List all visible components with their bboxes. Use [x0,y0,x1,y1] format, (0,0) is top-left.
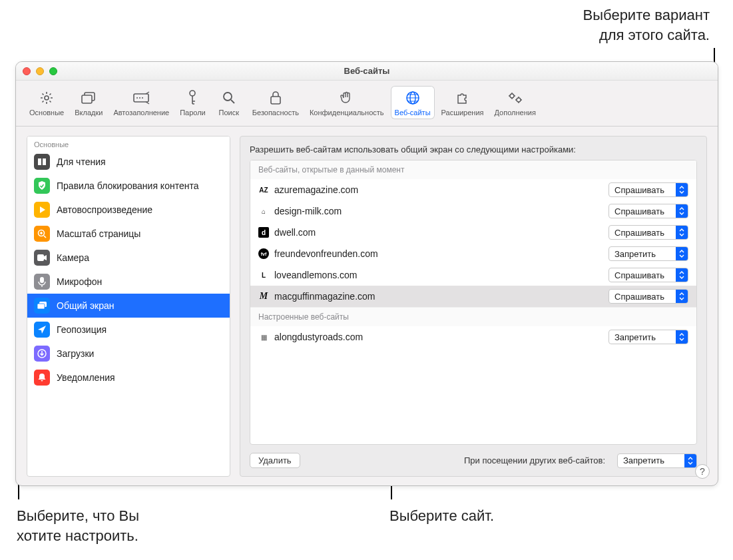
minimize-button[interactable] [36,67,44,75]
site-domain: loveandlemons.com [274,270,603,280]
site-row[interactable]: d dwell.com Спрашивать [250,222,696,243]
sidebar-item-label: Общий экран [57,300,115,311]
site-row[interactable]: ▦ alongdustyroads.com Запретить [250,326,696,348]
camera-icon [34,250,50,266]
screens-icon [34,298,50,314]
tab-websites[interactable]: Веб-сайты [391,86,435,119]
toolbar-label: Пароли [180,109,206,117]
hand-icon [337,89,357,107]
other-sites-dropdown[interactable]: Запретить [617,453,697,468]
sidebar-item-screens[interactable]: Общий экран [27,294,230,318]
svg-point-12 [510,94,514,98]
sites-list: Веб-сайты, открытые в данный момент AZ a… [250,160,697,445]
tab-advanced[interactable]: Дополнения [491,86,540,119]
mic-icon [34,274,50,290]
toolbar-label: Автозаполнение [113,109,169,117]
toolbar-label: Расширения [441,109,484,117]
svg-point-4 [136,97,138,99]
sidebar-item-zoom[interactable]: Масштаб страницы [27,222,230,246]
site-row[interactable]: ⌂ design-milk.com Спрашивать [250,200,696,222]
dropdown-label: Спрашивать [614,292,676,302]
dropdown-arrows-icon [676,226,688,239]
site-row[interactable]: AZ azuremagazine.com Спрашивать [250,179,696,200]
site-permission-dropdown[interactable]: Спрашивать [609,289,688,304]
tab-search[interactable]: Поиск [212,86,246,119]
sidebar-item-camera[interactable]: Камера [27,246,230,270]
dropdown-label: Спрашивать [614,206,676,216]
other-sites-label: При посещении других веб-сайтов: [464,455,605,465]
tab-general[interactable]: Основные [25,86,68,119]
sidebar-item-label: Геопозиция [57,324,107,335]
dropdown-arrows-icon [676,204,688,218]
sidebar-item-label: Микрофон [57,276,102,287]
configured-sites-header: Настроенные веб-сайты [250,307,696,326]
sidebar-item-mic[interactable]: Микрофон [27,270,230,294]
site-permission-dropdown[interactable]: Спрашивать [609,204,688,218]
site-row[interactable]: fvf freundevonfreunden.com Запретить [250,243,696,264]
site-permission-dropdown[interactable]: Спрашивать [609,225,688,240]
dropdown-arrows-icon [676,247,688,260]
tab-privacy[interactable]: Конфиденциальность [306,86,388,119]
tab-autofill[interactable]: Автозаполнение [109,86,173,119]
sidebar-item-location[interactable]: Геопозиция [27,318,230,342]
site-domain: freundevonfreunden.com [274,248,603,259]
tab-tabs[interactable]: Вкладки [71,86,107,119]
dropdown-arrows-icon [684,454,696,467]
zoom-button[interactable] [49,67,57,75]
main-heading: Разрешить веб-сайтам использовать общий … [250,144,697,154]
site-domain: alongdustyroads.com [274,332,603,342]
callout-text: Выберите, что Вы [17,506,139,526]
toolbar-label: Безопасность [252,109,299,117]
svg-point-5 [139,97,140,99]
site-row[interactable]: M macguffinmagazine.com Спрашивать [250,286,696,307]
dropdown-label: Спрашивать [614,185,676,195]
svg-rect-18 [37,304,45,309]
site-permission-dropdown[interactable]: Запретить [609,330,688,344]
toolbar-label: Основные [29,109,64,117]
book-icon [34,154,50,170]
site-permission-dropdown[interactable]: Спрашивать [609,268,688,282]
site-domain: macguffinmagazine.com [274,291,603,302]
tab-extensions[interactable]: Расширения [437,86,488,119]
dropdown-label: Запретить [614,249,676,259]
search-icon [219,89,239,107]
svg-rect-15 [37,254,44,261]
svg-rect-2 [82,95,92,103]
shield-icon [34,178,50,194]
sidebar-item-label: Камера [57,252,89,263]
dropdown-arrows-icon [676,268,688,282]
site-domain: dwell.com [274,227,603,238]
close-button[interactable] [23,67,31,75]
help-button[interactable]: ? [695,464,710,479]
download-icon [34,346,50,362]
play-icon [34,202,50,218]
sidebar-item-label: Правила блокирования контента [57,180,198,191]
tabs-icon [79,89,99,107]
sidebar-item-shield[interactable]: Правила блокирования контента [27,174,230,198]
sidebar-item-bell[interactable]: Уведомления [27,366,230,390]
sidebar-item-book[interactable]: Для чтения [27,150,230,174]
delete-button[interactable]: Удалить [250,453,300,468]
toolbar-label: Конфиденциальность [310,109,384,117]
sidebar-item-download[interactable]: Загрузки [27,342,230,366]
dropdown-arrows-icon [676,290,688,303]
tab-security[interactable]: Безопасность [248,86,303,119]
site-permission-dropdown[interactable]: Запретить [609,246,688,261]
svg-point-8 [224,93,232,101]
preferences-window: Веб-сайты Основные Вкладки Автозаполнени… [15,61,718,486]
dropdown-label: Запретить [614,332,676,342]
callout-text: Выберите сайт. [389,506,494,526]
callout-text: Выберите вариант [583,5,710,25]
dropdown-arrows-icon [676,330,688,344]
dropdown-arrows-icon [676,183,688,196]
svg-point-0 [45,96,49,100]
svg-point-6 [142,97,143,99]
site-row[interactable]: L loveandlemons.com Спрашивать [250,264,696,286]
site-domain: azuremagazine.com [274,184,603,195]
main-panel: Разрешить веб-сайтам использовать общий … [240,136,707,477]
site-favicon: M [258,291,269,302]
tab-passwords[interactable]: Пароли [176,86,210,119]
toolbar-label: Поиск [219,109,239,117]
sidebar-item-play[interactable]: Автовоспроизведение [27,198,230,222]
site-permission-dropdown[interactable]: Спрашивать [609,182,688,197]
